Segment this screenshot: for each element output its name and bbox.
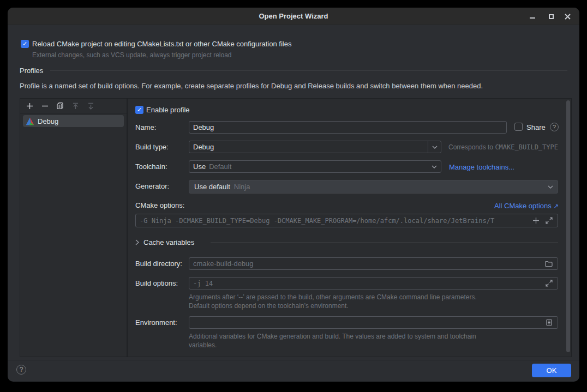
expand-icon	[546, 217, 553, 224]
manage-toolchains-link[interactable]: Manage toolchains...	[449, 163, 514, 171]
profile-list-item-debug[interactable]: Debug	[23, 115, 124, 127]
cache-variables-label: Cache variables	[143, 238, 194, 246]
folder-icon	[545, 261, 553, 267]
toolchain-combobox[interactable]: Use Default	[189, 160, 441, 173]
desktop-background: Open Project Wizard ✓ Reload CMake proje…	[0, 0, 587, 392]
expand-cmake-options-button[interactable]	[543, 214, 554, 227]
maximize-button[interactable]	[543, 10, 559, 23]
chevron-down-icon	[432, 165, 437, 168]
chevron-right-icon	[135, 239, 139, 245]
variables-list-icon	[546, 319, 552, 326]
generator-label: Generator:	[135, 182, 169, 190]
build-type-label: Build type:	[135, 143, 169, 151]
all-cmake-options-text: All CMake options	[494, 202, 552, 210]
help-button[interactable]: ?	[16, 365, 26, 375]
share-checkbox[interactable]	[514, 123, 523, 131]
minus-icon	[41, 102, 49, 110]
build-options-input[interactable]: -j 14	[189, 277, 558, 290]
profile-item-label: Debug	[38, 117, 58, 125]
reload-cmake-label: Reload CMake project on editing CMakeLis…	[32, 40, 291, 48]
generator-value-prefix: Use default	[194, 183, 230, 191]
build-type-combobox[interactable]: Debug	[189, 141, 441, 153]
open-project-wizard-dialog: Open Project Wizard ✓ Reload CMake proje…	[8, 8, 579, 382]
enable-profile-checkbox[interactable]: ✓	[135, 106, 143, 114]
plus-icon	[532, 217, 540, 224]
build-options-hint-1: Arguments after ‘--’ are passed to the b…	[189, 293, 477, 301]
close-icon	[565, 14, 571, 20]
all-cmake-options-link[interactable]: All CMake options ↗	[494, 202, 559, 210]
share-help-icon[interactable]: ?	[550, 123, 559, 131]
profiles-section-title: Profiles	[20, 67, 43, 75]
generator-dropdown-button[interactable]	[548, 185, 553, 189]
cmake-options-value: -G Ninja -DCMAKE_BUILD_TYPE=Debug -DCMAK…	[140, 217, 494, 225]
copy-icon	[56, 102, 64, 110]
minimize-button[interactable]	[525, 10, 540, 23]
arrow-down-icon	[87, 102, 94, 110]
build-directory-label: Build directory:	[135, 260, 182, 268]
minimize-icon	[530, 17, 535, 19]
scrollbar-thumb[interactable]	[566, 100, 570, 352]
profile-list-toolbar	[20, 99, 127, 113]
chevron-down-icon	[548, 185, 553, 189]
build-directory-placeholder: cmake-build-debug	[193, 260, 254, 268]
profiles-description: Profile is a named set of build options.…	[20, 82, 483, 90]
environment-variables-button[interactable]	[543, 317, 554, 328]
external-link-icon: ↗	[553, 203, 558, 209]
build-type-note: Corresponds to CMAKE_BUILD_TYPE	[448, 143, 558, 151]
profile-form-panel: ✓ Enable profile Name: Debug Share ? Bui…	[127, 98, 572, 357]
environment-label: Environment:	[135, 318, 177, 327]
move-down-button[interactable]	[86, 101, 95, 111]
cache-variables-separator	[211, 242, 558, 243]
remove-profile-button[interactable]	[40, 101, 50, 111]
build-options-value: -j 14	[193, 280, 213, 287]
toolchain-value-prefix: Use	[193, 162, 206, 171]
footer-separator	[8, 360, 579, 360]
arrow-up-icon	[72, 102, 79, 110]
generator-combobox[interactable]: Use default Ninja	[189, 180, 558, 194]
build-type-note-code: CMAKE_BUILD_TYPE	[495, 143, 558, 151]
cmake-options-label: CMake options:	[135, 201, 184, 209]
cmake-options-input[interactable]: -G Ninja -DCMAKE_BUILD_TYPE=Debug -DCMAK…	[135, 214, 558, 227]
toolchain-label: Toolchain:	[135, 162, 167, 171]
build-options-label: Build options:	[135, 279, 178, 287]
chevron-down-icon	[432, 146, 438, 149]
name-input[interactable]: Debug	[189, 121, 507, 134]
enable-profile-label: Enable profile	[146, 106, 190, 114]
cache-variables-toggle[interactable]: Cache variables	[135, 238, 194, 246]
build-type-dropdown-button[interactable]	[428, 141, 441, 153]
plus-icon	[26, 102, 33, 110]
reload-cmake-checkbox[interactable]: ✓	[21, 40, 29, 48]
generator-value: Ninja	[234, 183, 250, 191]
add-profile-button[interactable]	[25, 101, 34, 111]
environment-input[interactable]	[189, 316, 558, 329]
cmake-icon	[26, 117, 34, 125]
environment-hint-1: Additional variables for CMake generatio…	[189, 333, 476, 340]
move-up-button[interactable]	[70, 101, 80, 111]
add-cmake-option-button[interactable]	[530, 214, 541, 227]
expand-icon	[546, 280, 553, 287]
copy-profile-button[interactable]	[55, 101, 65, 111]
maximize-icon	[549, 14, 554, 19]
window-title: Open Project Wizard	[8, 12, 579, 20]
expand-build-options-button[interactable]	[543, 278, 554, 289]
build-directory-input[interactable]: cmake-build-debug	[189, 257, 558, 270]
environment-hint-2: variables.	[189, 341, 217, 349]
profiles-separator	[50, 70, 567, 71]
build-options-hint-2: Default options depend on the toolchain’…	[189, 302, 349, 310]
build-type-value: Debug	[193, 143, 214, 151]
reload-cmake-hint: External changes, such as VCS update, al…	[32, 51, 232, 59]
toolchain-dropdown-button[interactable]	[428, 161, 441, 172]
close-button[interactable]	[560, 10, 575, 23]
profile-list-panel: Debug	[20, 98, 127, 357]
browse-directory-button[interactable]	[543, 258, 554, 269]
toolchain-value: Default	[209, 162, 231, 171]
build-type-note-text: Corresponds to	[448, 143, 495, 151]
ok-button[interactable]: OK	[532, 364, 571, 377]
name-value: Debug	[193, 123, 214, 131]
share-label: Share	[526, 123, 546, 131]
name-label: Name:	[135, 123, 156, 131]
titlebar[interactable]: Open Project Wizard	[8, 8, 579, 25]
